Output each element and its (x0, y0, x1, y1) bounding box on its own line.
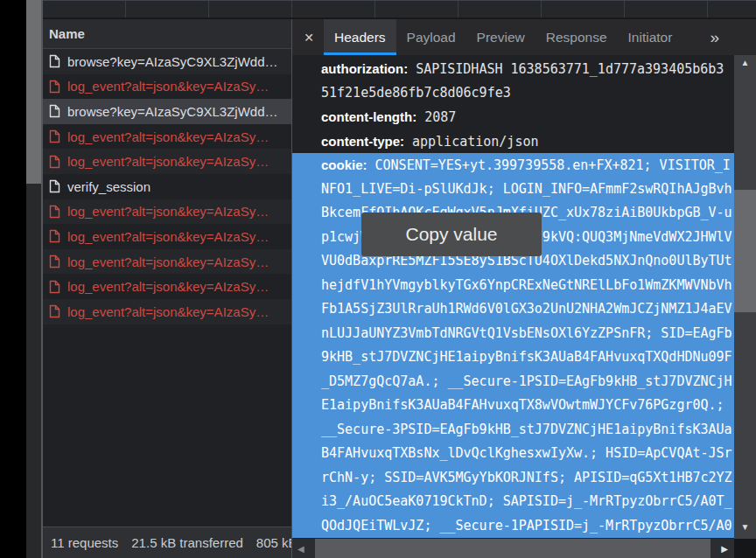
request-list: browse?key=AIzaSyC9XL3ZjWdd… log_event?a… (43, 49, 291, 324)
header-entry-content-length[interactable]: content-length:2087 (321, 105, 734, 129)
header-name: content-length: (321, 109, 416, 124)
request-name: browse?key=AIzaSyC9XL3ZjWdd… (67, 104, 278, 119)
request-row[interactable]: log_event?alt=json&key=AIzaSy… (43, 274, 291, 299)
tab-strip: HeadersPayloadPreviewResponseInitiator (324, 19, 682, 55)
vertical-scrollbar[interactable]: ▲ ▼ (734, 55, 756, 539)
header-value-line: rChN-y; SSID=AVK5MGyYbKORJNIfS; APISID=q… (321, 466, 734, 491)
header-name: cookie: (321, 157, 368, 172)
header-value-line: NFO1_LIVE=Di-pSlUKdJk; LOGIN_INFO=AFmmF2… (321, 178, 734, 202)
file-icon (49, 304, 60, 318)
tab-response[interactable]: Response (536, 19, 618, 55)
request-row[interactable]: browse?key=AIzaSyC9XL3ZjWdd… (43, 49, 291, 74)
request-row[interactable]: log_event?alt=json&key=AIzaSy… (43, 249, 291, 275)
file-icon (49, 129, 60, 143)
header-value-line: E1aipyBnifsK3AUaB4FAHvuxqTX8wVOwtmWJYCFv… (321, 394, 734, 418)
overview-cell (126, 1, 209, 17)
header-value: 2087 (424, 109, 456, 125)
header-value-line: 9kHB_stJ7DVZNCjHE1aipyBnifsK3AUaB4FAHvux… (321, 345, 734, 370)
tab-label: Preview (477, 30, 525, 45)
request-name: log_event?alt=json&key=AIzaSy… (67, 279, 269, 294)
tab-preview[interactable]: Preview (466, 19, 536, 55)
header-entry-content-type[interactable]: content-type:application/json (321, 129, 734, 154)
tab-headers[interactable]: Headers (324, 19, 396, 55)
request-name: log_event?alt=json&key=AIzaSy… (67, 204, 269, 219)
tab-label: Initiator (628, 30, 673, 45)
request-row[interactable]: log_event?alt=json&key=AIzaSy… (43, 74, 291, 100)
request-name: log_event?alt=json&key=AIzaSy… (67, 255, 269, 269)
scroll-up-icon[interactable]: ▲ (734, 58, 756, 67)
file-icon (49, 205, 60, 219)
header-entry-cookie[interactable]: cookie:CONSENT=YES+yt.399739558.en+FX+82… (292, 153, 734, 538)
header-value: CONSENT=YES+yt.399739558.en+FX+821; VISI… (375, 157, 731, 173)
request-row[interactable]: log_event?alt=json&key=AIzaSy… (43, 124, 291, 150)
name-column-header[interactable]: Name (43, 19, 291, 49)
file-icon (49, 80, 60, 94)
headers-panel: authorization:SAPISIDHASH 1638563771_1d7… (292, 55, 734, 539)
scroll-right-icon[interactable]: ▶ (721, 539, 728, 558)
request-name: log_event?alt=json&key=AIzaSy… (67, 154, 269, 169)
file-icon (49, 255, 60, 269)
resources-size: 805 kB (256, 535, 291, 550)
requests-panel: Name browse?key=AIzaSyC9XL3ZjWdd… log_ev… (43, 19, 291, 527)
overview-cell (625, 1, 708, 17)
detail-tab-bar: ✕ HeadersPayloadPreviewResponseInitiator… (292, 19, 756, 55)
file-icon (49, 155, 60, 169)
file-icon (49, 280, 60, 294)
header-value-line: _D5MZ7gQcQ7aA.; __Secure-1PSID=EAgFb9kHB… (321, 370, 734, 394)
more-tabs-icon[interactable]: » (710, 28, 719, 47)
request-count: 11 requests (51, 535, 118, 550)
tab-label: Headers (334, 30, 386, 45)
header-value: SAPISIDHASH 1638563771_1d777a393405b6b3 (416, 61, 724, 77)
header-entry-authorization[interactable]: authorization:SAPISIDHASH 1638563771_1d7… (321, 57, 734, 105)
request-name: log_event?alt=json&key=AIzaSy… (67, 129, 269, 144)
file-icon (49, 229, 60, 243)
file-icon (49, 179, 60, 193)
scrollbar-corner (734, 539, 756, 558)
tab-initiator[interactable]: Initiator (618, 19, 683, 55)
page-scrollbar[interactable] (26, 0, 41, 558)
header-value-line: __Secure-3PSID=EAgFb9kHB_stJ7DVZNCjHE1ai… (321, 418, 734, 443)
request-name: log_event?alt=json&key=AIzaSy… (67, 304, 269, 319)
network-overview-strip[interactable] (43, 0, 756, 19)
overview-cell (209, 1, 292, 17)
header-value-line: nLUJJaUNYZ3VmbTdNRGVtQ1VsbENsOXl6YzZPSnF… (321, 322, 734, 346)
headers-list: authorization:SAPISIDHASH 1638563771_1d7… (321, 57, 734, 538)
header-value-line: 51f21e5de86fb7c8d06c9fe3 (321, 81, 734, 106)
header-value: application/json (412, 134, 539, 150)
copy-value-menu-item[interactable]: Copy value (361, 213, 542, 256)
overview-cell (458, 1, 542, 17)
request-row[interactable]: browse?key=AIzaSyC9XL3ZjWdd… (43, 99, 291, 124)
request-name: browse?key=AIzaSyC9XL3ZjWdd… (67, 54, 278, 69)
request-row[interactable]: verify_session (43, 174, 291, 199)
header-value-line: QOdJQEiTWLvJZ; __Secure-1PAPISID=j_-MrRT… (321, 514, 734, 539)
header-name: authorization: (321, 61, 408, 76)
scroll-left-icon[interactable]: ◀ (298, 539, 304, 558)
horizontal-scrollbar-thumb[interactable] (315, 539, 710, 558)
horizontal-scrollbar[interactable]: ◀ ▶ (292, 539, 734, 558)
request-row[interactable]: log_event?alt=json&key=AIzaSy… (43, 299, 291, 324)
overview-cell (292, 1, 375, 17)
tab-label: Payload (407, 30, 456, 45)
header-value-line: hejdfV1hYVmgyblkyTGx6YnpCRExNeGtNRElLbFo… (321, 274, 734, 298)
overview-cell (375, 1, 458, 17)
overview-cell (542, 1, 625, 17)
tab-payload[interactable]: Payload (396, 19, 466, 55)
network-status-bar: 11 requests 21.5 kB transferred 805 kB (43, 527, 291, 558)
request-row[interactable]: log_event?alt=json&key=AIzaSy… (43, 199, 291, 225)
name-column-label: Name (49, 26, 85, 41)
page-scrollbar-thumb[interactable] (26, 0, 41, 184)
request-name: verify_session (67, 179, 150, 194)
header-value-line: Fb1A5SjZ3UlRraUh1RWd6V0lGX3o2UnU2NHA2WmJ… (321, 297, 734, 322)
request-row[interactable]: log_event?alt=json&key=AIzaSy… (43, 149, 291, 174)
file-icon (49, 104, 60, 118)
copy-value-label: Copy value (405, 224, 497, 245)
overview-cell (708, 1, 756, 17)
vertical-scrollbar-thumb[interactable] (734, 190, 756, 312)
header-name: content-type: (321, 134, 404, 149)
overview-cell (43, 1, 126, 17)
close-icon[interactable]: ✕ (298, 19, 320, 55)
scroll-down-icon[interactable]: ▼ (734, 522, 756, 532)
tab-label: Response (546, 30, 607, 45)
request-row[interactable]: log_event?alt=json&key=AIzaSy… (43, 224, 291, 249)
devtools-window: Name browse?key=AIzaSyC9XL3ZjWdd… log_ev… (0, 0, 756, 558)
